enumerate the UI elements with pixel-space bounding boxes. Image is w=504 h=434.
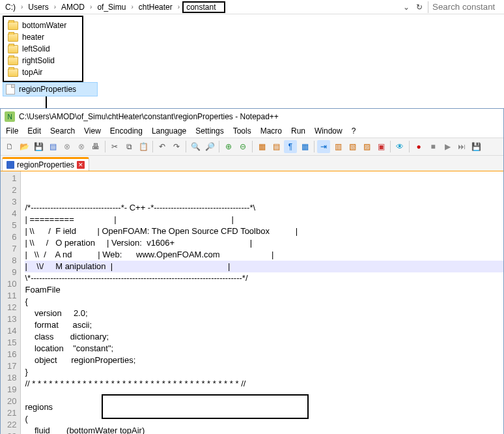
code-line[interactable]: fluid (bottomWater topAir)	[25, 425, 503, 434]
folder-item[interactable]: heater	[7, 31, 79, 43]
code-line[interactable]: object regionProperties;	[25, 354, 503, 366]
file-item-selected[interactable]: regionProperties	[3, 82, 98, 96]
code-line[interactable]: location "constant";	[25, 343, 503, 354]
window-title: C:\Users\AMOD\of_Simu\chtHeater\constant…	[19, 112, 279, 121]
annotation-highlight-box	[102, 394, 309, 419]
menu-run[interactable]: Run	[291, 126, 305, 136]
replace-icon[interactable]: 🔎	[203, 140, 216, 153]
folder-item[interactable]: bottomWater	[7, 20, 79, 31]
new-file-icon[interactable]: 🗋	[3, 140, 16, 153]
separator	[390, 141, 391, 152]
cut-icon[interactable]: ✂	[108, 140, 121, 153]
code-line[interactable]: {	[25, 296, 503, 308]
code-line[interactable]: }	[25, 366, 503, 378]
zoom-out-icon[interactable]: ⊖	[236, 140, 249, 153]
menu-encoding[interactable]: Encoding	[110, 126, 143, 136]
udl-icon[interactable]: ▥	[331, 140, 344, 153]
code-line[interactable]: | \\/ M anipulation | |	[25, 261, 503, 272]
folder-as-ws-icon[interactable]: ▣	[374, 140, 387, 153]
folder-icon	[8, 45, 18, 53]
tab-save-state-icon	[7, 161, 14, 169]
code-area[interactable]: /*--------------------------------*- C++…	[21, 171, 503, 434]
copy-icon[interactable]: ⧉	[122, 140, 135, 153]
breadcrumb-item[interactable]: AMOD	[59, 1, 87, 13]
print-icon[interactable]: 🖶	[89, 140, 102, 153]
breadcrumb: C:) › Users › AMOD › of_Simu › chtHeater…	[0, 0, 504, 14]
code-editor[interactable]: 123456789101112131415161718192021222324 …	[1, 171, 503, 434]
menu-edit[interactable]: Edit	[27, 126, 41, 136]
menu-language[interactable]: Language	[152, 126, 186, 136]
line-number-gutter: 123456789101112131415161718192021222324	[1, 171, 21, 434]
refresh-icon[interactable]: ↻	[412, 1, 427, 13]
code-line[interactable]: // * * * * * * * * * * * * * * * * * * *…	[25, 378, 503, 390]
wrap-icon[interactable]: ¶	[284, 140, 297, 153]
open-file-icon[interactable]: 📂	[18, 140, 31, 153]
menu-view[interactable]: View	[84, 126, 101, 136]
menu-window[interactable]: Window	[315, 126, 343, 136]
folder-item[interactable]: leftSolid	[7, 43, 79, 55]
close-all-icon[interactable]: ⊗	[75, 140, 88, 153]
menu-tools[interactable]: Tools	[233, 126, 251, 136]
menu-macro[interactable]: Macro	[260, 126, 282, 136]
tab-regionproperties[interactable]: regionProperties ✕	[2, 157, 89, 171]
tab-close-icon[interactable]: ✕	[77, 161, 85, 169]
save-icon[interactable]: 💾	[32, 140, 45, 153]
code-line[interactable]: FoamFile	[25, 284, 503, 296]
save-all-icon[interactable]: ▤	[46, 140, 59, 153]
breadcrumb-item-current[interactable]: constant	[182, 1, 225, 13]
redo-icon[interactable]: ↷	[170, 140, 183, 153]
folder-label: heater	[22, 33, 44, 42]
folder-item[interactable]: rightSolid	[7, 55, 79, 66]
search-input[interactable]	[430, 1, 501, 14]
sync-h-icon[interactable]: ▤	[270, 140, 283, 153]
code-line[interactable]: | \\ / O peration | Version: v1606+ |	[25, 237, 503, 249]
separator	[252, 141, 253, 152]
code-line[interactable]: /*--------------------------------*- C++…	[25, 202, 503, 214]
sync-v-icon[interactable]: ▦	[255, 140, 268, 153]
save-macro-icon[interactable]: 💾	[469, 140, 483, 153]
code-line[interactable]: class dictionary;	[25, 331, 503, 343]
find-icon[interactable]: 🔍	[189, 140, 202, 153]
play-multi-icon[interactable]: ⏭	[455, 140, 468, 153]
code-line[interactable]: | \\ / F ield | OpenFOAM: The Open Sourc…	[25, 225, 503, 237]
close-icon[interactable]: ⊗	[61, 140, 74, 153]
menu-file[interactable]: File	[6, 126, 18, 136]
code-line[interactable]: | ========= | |	[25, 214, 503, 225]
breadcrumb-item[interactable]: chtHeater	[136, 1, 175, 13]
doc-map-icon[interactable]: ▧	[346, 140, 359, 153]
undo-icon[interactable]: ↶	[156, 140, 169, 153]
file-icon	[6, 84, 15, 94]
breadcrumb-item[interactable]: Users	[25, 1, 51, 13]
folder-icon	[8, 22, 18, 30]
show-all-icon[interactable]: ▦	[298, 140, 311, 153]
breadcrumb-item[interactable]: C:)	[3, 1, 18, 13]
code-line[interactable]: | \\ / A nd | Web: www.OpenFOAM.com |	[25, 249, 503, 261]
tab-label: regionProperties	[17, 160, 74, 169]
folder-label: bottomWater	[22, 21, 66, 30]
annotation-connector	[46, 96, 47, 108]
folder-label: rightSolid	[22, 56, 55, 65]
folder-item[interactable]: topAir	[7, 66, 79, 78]
indent-guide-icon[interactable]: ⇥	[317, 140, 330, 153]
breadcrumb-item[interactable]: of_Simu	[94, 1, 128, 13]
divider	[428, 1, 428, 13]
code-line[interactable]: version 2.0;	[25, 308, 503, 319]
paste-icon[interactable]: 📋	[137, 140, 150, 153]
zoom-in-icon[interactable]: ⊕	[222, 140, 235, 153]
file-explorer: C:) › Users › AMOD › of_Simu › chtHeater…	[0, 0, 504, 96]
stop-icon[interactable]: ■	[427, 140, 440, 153]
record-icon[interactable]: ●	[412, 140, 425, 153]
menu-settings[interactable]: Settings	[195, 126, 223, 136]
folder-label: topAir	[22, 68, 42, 77]
chevron-down-icon[interactable]: ⌄	[402, 1, 411, 13]
menu-help[interactable]: ?	[352, 126, 356, 136]
play-icon[interactable]: ▶	[441, 140, 454, 153]
separator	[219, 141, 219, 152]
monitor-icon[interactable]: 👁	[393, 140, 406, 153]
menu-search[interactable]: Search	[50, 126, 75, 136]
chevron-right-icon: ›	[128, 3, 135, 10]
func-list-icon[interactable]: ▨	[360, 140, 373, 153]
chevron-right-icon: ›	[87, 3, 94, 10]
code-line[interactable]: format ascii;	[25, 319, 503, 331]
code-line[interactable]: \*--------------------------------------…	[25, 272, 503, 284]
